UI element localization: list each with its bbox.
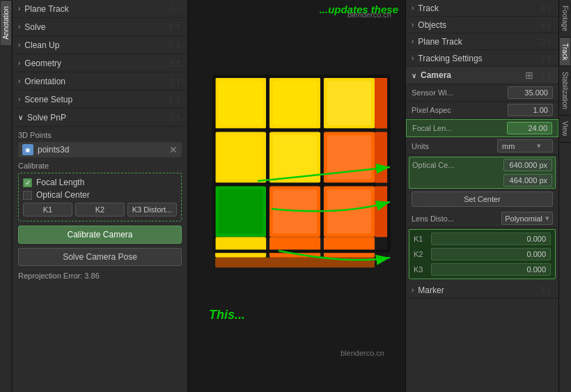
drag-handle: ⋮⋮ [539, 21, 553, 29]
camera-section: ∨ Camera ⊞ ⋮⋮ Sensor Wi... 35.000 Pixel … [406, 67, 558, 299]
focal-length-value[interactable]: 24.00 [507, 122, 552, 134]
view-tab[interactable]: View [560, 116, 570, 143]
chevron-right-icon: › [18, 95, 20, 103]
pixel-aspect-value[interactable]: 1.00 [508, 104, 553, 116]
optical-center-x-value[interactable]: 640.000 px [503, 159, 552, 171]
right-sidebar-item-plane-track[interactable]: › Plane Track ⋮⋮ [406, 33, 558, 50]
k3-label: K3 [414, 265, 431, 274]
k1-button[interactable]: K1 [23, 203, 72, 217]
units-value: mm [502, 142, 515, 150]
chevron-right-icon: › [412, 4, 414, 12]
chevron-down-icon: ∨ [412, 72, 416, 79]
sensor-width-value[interactable]: 35.000 [508, 86, 553, 99]
drag-handle: ⋮⋮ [539, 38, 553, 45]
k3-button[interactable]: K3 Distort... [127, 203, 177, 217]
drag-handle: ⋮⋮ [168, 41, 182, 49]
chevron-right-icon: › [18, 5, 20, 13]
drag-handle: ⋮⋮ [539, 54, 553, 62]
focal-length-label: Focal Length [36, 178, 84, 187]
k3-value-row: K3 0.000 [411, 262, 554, 277]
k2-button[interactable]: K2 [75, 203, 125, 217]
drag-handle: ⋮⋮ [168, 23, 182, 31]
k2-value[interactable]: 0.000 [431, 248, 551, 260]
svg-rect-17 [375, 77, 388, 128]
optical-center-y-row: 464.000 px [409, 173, 555, 188]
chevron-right-icon: › [18, 59, 20, 67]
svg-rect-28 [219, 189, 263, 233]
optical-center-checkbox[interactable] [23, 191, 32, 200]
set-center-button[interactable]: Set Center [412, 191, 553, 207]
optical-center-x-row: Optical Ce... 640.000 px [409, 157, 555, 173]
footage-tab[interactable]: Footage [560, 0, 570, 38]
camera-header[interactable]: ∨ Camera ⊞ ⋮⋮ [406, 67, 558, 84]
lens-distortion-value: Polynomial [505, 214, 542, 223]
chevron-right-icon: › [412, 54, 414, 62]
sidebar-item-label: Scene Setup [24, 95, 168, 104]
sidebar-item-scene-setup[interactable]: › Scene Setup ⋮⋮ [13, 91, 187, 109]
cube-image-display: blenderco.cn blenderco.cn This... ...upd… [188, 0, 405, 392]
grid-icon[interactable]: ⊞ [525, 70, 533, 81]
units-dropdown[interactable]: mm [497, 139, 553, 152]
chevron-right-icon: › [412, 286, 414, 294]
solve-pnp-section: ∨ Solve PnP ⋮⋮ 3D Points ▣ points3d ✕ Ca… [13, 109, 187, 284]
focal-length-checkbox[interactable]: ✓ [23, 178, 32, 187]
track-tab[interactable]: Track [560, 38, 570, 67]
calibrate-options-box: ✓ Focal Length Optical Center K1 K2 K3 D… [18, 173, 182, 221]
sidebar-item-plane-track[interactable]: › Plane Track ⋮⋮ [13, 0, 187, 18]
right-sidebar-item-track[interactable]: › Track ⋮⋮ [406, 0, 558, 17]
optical-center-y-value[interactable]: 464.000 px [503, 174, 552, 187]
calibrate-label: Calibrate [18, 162, 182, 170]
drag-handle: ⋮⋮ [168, 77, 182, 85]
optical-center-label: Optical Center [36, 190, 90, 200]
svg-rect-14 [215, 237, 266, 257]
k1-label: K1 [414, 235, 431, 243]
sidebar-item-label: Solve [24, 22, 168, 32]
solve-camera-pose-button[interactable]: Solve Camera Pose [18, 248, 182, 266]
right-sidebar-item-tracking-settings[interactable]: › Tracking Settings ⋮⋮ [406, 50, 558, 67]
right-sidebar-label: Plane Track [418, 37, 539, 47]
camera-label: Camera [421, 70, 525, 80]
svg-rect-25 [219, 135, 263, 179]
drag-handle: ⋮⋮ [539, 72, 553, 79]
stabilization-tab[interactable]: Stabilization [560, 66, 570, 116]
drag-handle: ⋮⋮ [168, 95, 182, 103]
k1-value-row: K1 0.000 [411, 231, 554, 246]
marker-section[interactable]: › Marker ⋮⋮ [406, 282, 558, 299]
sidebar-item-label: Orientation [24, 77, 168, 86]
right-sidebar-label: Track [418, 3, 539, 13]
k-distortion-row: K1 K2 K3 Distort... [23, 203, 177, 217]
svg-rect-22 [219, 81, 263, 125]
svg-rect-26 [273, 135, 317, 179]
k-values-group: K1 0.000 K2 0.000 K3 0.000 [409, 229, 556, 279]
solve-pnp-label: Solve PnP [27, 113, 168, 123]
clear-points3d-button[interactable]: ✕ [169, 144, 178, 155]
sidebar-item-label: Clean Up [24, 40, 168, 50]
focal-length-row: Focal Len... 24.00 [406, 119, 558, 137]
drag-handle: ⋮⋮ [168, 5, 182, 13]
rubiks-cube-svg [199, 64, 394, 329]
sidebar-item-orientation[interactable]: › Orientation ⋮⋮ [13, 72, 187, 91]
optical-center-label: Optical Ce... [412, 161, 503, 169]
k3-value[interactable]: 0.000 [431, 263, 551, 276]
points3d-field-label: 3D Points [18, 131, 182, 139]
k1-value[interactable]: 0.000 [431, 233, 551, 245]
calibrate-camera-button[interactable]: Calibrate Camera [18, 226, 182, 244]
solve-pnp-header[interactable]: ∨ Solve PnP ⋮⋮ [13, 109, 187, 127]
points3d-selector[interactable]: ▣ points3d ✕ [18, 142, 182, 157]
svg-rect-21 [215, 257, 375, 267]
annotation-tab[interactable]: Annotation [1, 0, 11, 45]
svg-rect-15 [269, 237, 320, 257]
right-sidebar-item-objects[interactable]: › Objects ⋮⋮ [406, 17, 558, 33]
svg-rect-24 [327, 81, 371, 125]
lens-distortion-row: Lens Disto... Polynomial [406, 210, 558, 228]
pixel-aspect-row: Pixel Aspec 1.00 [406, 102, 558, 119]
svg-rect-27 [327, 135, 371, 179]
lens-distortion-dropdown[interactable]: Polynomial [501, 212, 553, 225]
points3d-icon: ▣ [22, 144, 33, 155]
sidebar-item-cleanup[interactable]: › Clean Up ⋮⋮ [13, 36, 187, 54]
sidebar-item-geometry[interactable]: › Geometry ⋮⋮ [13, 54, 187, 72]
this-annotation: This... [209, 308, 245, 322]
sidebar-item-label: Plane Track [24, 4, 168, 14]
points3d-name: points3d [38, 145, 169, 155]
sidebar-item-solve[interactable]: › Solve ⋮⋮ [13, 18, 187, 36]
